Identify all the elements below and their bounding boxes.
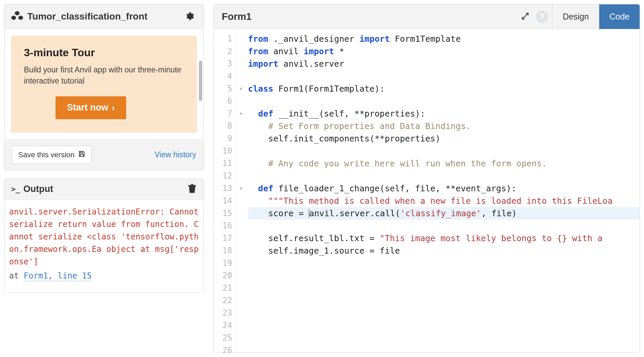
code-line: import anvil.server (248, 58, 640, 70)
at-prefix: at (9, 271, 24, 281)
code-line (248, 294, 640, 307)
app-panel: Tumor_classification_front 3-minute Tour… (4, 4, 204, 170)
app-footer: Save this version View history (4, 139, 204, 170)
view-history-link[interactable]: View history (154, 150, 196, 159)
editor-header: Form1 ? Design Code (214, 4, 640, 29)
code-line: def file_loader_1_change(self, file, **e… (248, 182, 640, 195)
start-tour-button[interactable]: Start now › (56, 96, 126, 119)
clear-output-button[interactable] (187, 184, 197, 195)
tour-description: Build your first Anvil app with our thre… (24, 64, 184, 87)
output-title-row: >_ Output (11, 184, 53, 194)
code-area[interactable]: from ._anvil_designer import Form1Templa… (245, 29, 640, 353)
code-line (248, 70, 640, 83)
code-line: self.init_components(**properties) (248, 132, 640, 145)
trash-icon (187, 190, 197, 195)
line-number-gutter: 1234567891011121314151617181920212223242… (214, 29, 237, 353)
code-line: from anvil import * (248, 45, 640, 58)
code-line (248, 269, 640, 282)
output-traceback: at Form1, line 15 (9, 270, 199, 282)
cubes-icon (11, 10, 23, 23)
editor-body: 1234567891011121314151617181920212223242… (214, 29, 640, 353)
tab-code[interactable]: Code (599, 4, 640, 29)
floppy-icon (78, 150, 85, 160)
code-line (248, 307, 640, 319)
editor-header-tools: ? Design Code (516, 4, 640, 29)
svg-rect-0 (80, 151, 82, 153)
code-line (248, 344, 640, 353)
app-name: Tumor_classification_front (27, 11, 147, 22)
output-panel: >_ Output anvil.server.SerializationErro… (4, 178, 204, 293)
prompt-icon: >_ (11, 185, 20, 193)
app-title-row: Tumor_classification_front (11, 10, 147, 23)
tour-card: 3-minute Tour Build your first Anvil app… (11, 36, 197, 133)
tour-title: 3-minute Tour (24, 46, 184, 59)
code-line: def __init__(self, **properties): (248, 107, 640, 120)
code-line: self.image_1.source = file (248, 245, 640, 257)
start-tour-label: Start now (67, 102, 108, 113)
code-line (248, 282, 640, 294)
code-line-active: score = anvil.server.call('classify_imag… (248, 207, 640, 220)
save-version-button[interactable]: Save this version (12, 146, 92, 164)
save-version-label: Save this version (18, 151, 75, 159)
code-line: # Set Form properties and Data Bindings. (248, 120, 640, 132)
code-line (248, 319, 640, 332)
tab-design[interactable]: Design (552, 4, 599, 29)
fold-gutter: ▾▾▾ (237, 29, 245, 353)
code-line: from ._anvil_designer import Form1Templa… (248, 33, 640, 45)
svg-rect-1 (80, 154, 83, 156)
code-line (248, 220, 640, 232)
output-error-text: anvil.server.SerializationError: Cannot … (9, 206, 199, 268)
app-body: 3-minute Tour Build your first Anvil app… (4, 29, 204, 139)
app-header: Tumor_classification_front (4, 4, 204, 29)
expand-button[interactable] (516, 8, 534, 26)
form-title: Form1 (222, 11, 252, 22)
traceback-link[interactable]: Form1, line 15 (24, 271, 92, 281)
code-line (248, 332, 640, 344)
code-line (248, 95, 640, 107)
code-line (248, 257, 640, 269)
settings-button[interactable] (182, 9, 197, 24)
code-line: """This method is called when a new file… (248, 195, 640, 207)
scrollbar-thumb[interactable] (199, 61, 202, 101)
gear-icon (185, 11, 194, 22)
chevron-right-icon: › (112, 102, 115, 113)
code-line: # Any code you write here will run when … (248, 157, 640, 170)
code-line (248, 145, 640, 157)
output-header: >_ Output (4, 179, 204, 200)
code-line (248, 170, 640, 182)
output-body: anvil.server.SerializationError: Cannot … (4, 200, 204, 292)
output-title: Output (24, 184, 53, 194)
editor-panel: Form1 ? Design Code 12345678910111213141… (213, 4, 640, 353)
help-icon[interactable]: ? (536, 11, 548, 23)
code-line: self.result_lbl.txt = "This image most l… (248, 232, 640, 245)
expand-icon (521, 12, 530, 22)
code-line: class Form1(Form1Template): (248, 83, 640, 95)
